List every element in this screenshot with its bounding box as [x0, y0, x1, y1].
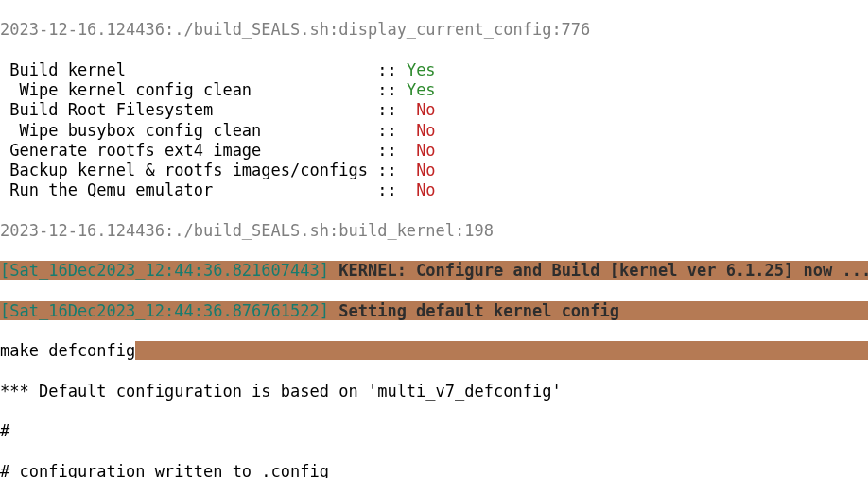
config-written-line: # configuration written to .config — [0, 462, 868, 478]
config-item-label: Generate rootfs ext4 image — [0, 141, 377, 161]
config-item-value: No — [416, 121, 435, 140]
default-config-msg: Setting default kernel config — [339, 301, 619, 320]
config-item-label: Wipe busybox config clean — [0, 121, 377, 141]
config-item-value: No — [416, 141, 435, 160]
config-item-value: No — [416, 180, 435, 199]
hash-line: # — [0, 421, 868, 441]
config-item: Generate rootfs ext4 image :: No — [0, 141, 868, 161]
config-item-separator: :: — [377, 100, 416, 119]
hl-fill-1 — [619, 301, 868, 320]
config-item-separator: :: — [377, 60, 407, 79]
kernel-configure-msg: KERNEL: Configure and Build [kernel ver … — [339, 261, 868, 280]
config-item: Wipe kernel config clean :: Yes — [0, 80, 868, 100]
defconfig-base-line: *** Default configuration is based on 'm… — [0, 382, 868, 401]
terminal-output[interactable]: 2023-12-16.124436:./build_SEALS.sh:displ… — [0, 0, 868, 478]
config-item-value: No — [416, 100, 435, 119]
hl-fill-2 — [135, 341, 868, 360]
config-list: Build kernel :: Yes Wipe kernel config c… — [0, 60, 868, 201]
default-config-line: [Sat_16Dec2023_12:44:36.876761522] Setti… — [0, 301, 868, 321]
config-item-separator: :: — [377, 141, 416, 160]
timestamp: [Sat_16Dec2023_12:44:36.876761522] — [0, 301, 339, 320]
config-item-value: Yes — [407, 80, 436, 99]
config-item-separator: :: — [377, 121, 416, 140]
config-item: Run the Qemu emulator :: No — [0, 180, 868, 200]
config-item: Build kernel :: Yes — [0, 60, 868, 80]
config-item-value: No — [416, 161, 435, 179]
config-item-label: Backup kernel & rootfs images/configs — [0, 161, 377, 180]
config-item-separator: :: — [377, 161, 416, 179]
log-header-display-config: 2023-12-16.124436:./build_SEALS.sh:displ… — [0, 20, 868, 40]
config-item-label: Wipe kernel config clean — [0, 80, 377, 100]
kernel-configure-line: [Sat_16Dec2023_12:44:36.821607443] KERNE… — [0, 261, 868, 281]
log-header-build-kernel: 2023-12-16.124436:./build_SEALS.sh:build… — [0, 221, 868, 241]
config-item-label: Build kernel — [0, 60, 377, 80]
config-item-separator: :: — [377, 180, 416, 199]
timestamp: [Sat_16Dec2023_12:44:36.821607443] — [0, 261, 339, 280]
make-cmd-line: make defconfig — [0, 341, 868, 361]
config-item: Backup kernel & rootfs images/configs ::… — [0, 161, 868, 180]
config-item-value: Yes — [407, 60, 436, 79]
config-item-label: Build Root Filesystem — [0, 100, 377, 120]
config-item: Build Root Filesystem :: No — [0, 100, 868, 120]
config-item-label: Run the Qemu emulator — [0, 180, 377, 200]
config-item-separator: :: — [377, 80, 407, 99]
config-item: Wipe busybox config clean :: No — [0, 121, 868, 141]
